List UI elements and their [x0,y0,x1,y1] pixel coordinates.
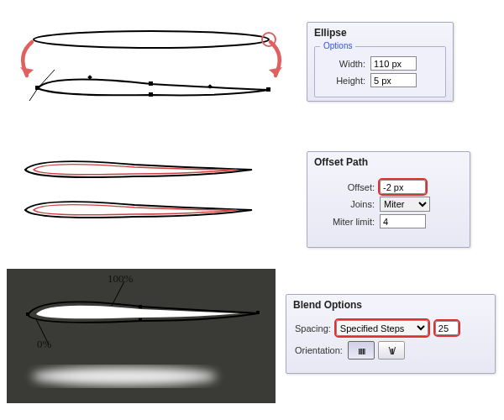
svg-rect-9 [207,84,213,89]
svg-line-11 [29,88,38,101]
offset-input[interactable] [380,180,426,194]
offset-illustration [8,151,269,244]
orientation-label: Orientation: [295,345,343,355]
svg-marker-1 [20,67,34,76]
spacing-label: Spacing: [295,323,331,333]
miter-limit-label: Miter limit: [316,217,375,227]
svg-line-10 [38,70,55,88]
blend-options-panel: Blend Options Spacing: Specified Steps O… [286,294,496,374]
ellipse-width-input[interactable] [370,56,417,71]
ellipse-width-label: Width: [322,59,365,69]
svg-rect-7 [266,87,270,92]
joins-label: Joins: [316,199,375,209]
svg-point-0 [34,31,269,48]
spacing-select[interactable]: Specified Steps [336,320,428,336]
miter-limit-input[interactable] [380,214,426,228]
ellipse-panel: Ellipse Options Width: Height: [307,22,454,102]
orientation-align-page-button[interactable]: ııııı [348,341,375,360]
svg-rect-15 [256,311,260,314]
align-path-icon: \ıı/ [389,344,394,357]
svg-marker-2 [269,67,282,76]
svg-rect-12 [26,312,29,316]
svg-rect-6 [149,92,153,97]
blend-preview: 100% 0% [7,269,276,403]
steps-input[interactable] [435,321,459,335]
offset-panel-title: Offset Path [307,152,470,172]
ellipse-panel-title: Ellipse [307,23,453,43]
joins-select[interactable]: Miter [380,197,430,212]
offset-label: Offset: [316,182,375,192]
align-page-icon: ııııı [358,344,365,357]
svg-rect-14 [139,318,142,322]
ellipse-height-label: Height: [322,76,365,86]
offset-path-panel: Offset Path Offset: Joins: Miter Miter l… [307,151,470,248]
ellipse-illustration [8,21,286,113]
orientation-align-path-button[interactable]: \ıı/ [378,341,405,360]
svg-point-18 [32,367,217,386]
annotation-0: 0% [37,338,51,351]
svg-rect-5 [149,81,153,86]
ellipse-options-legend: Options [320,41,355,50]
svg-rect-13 [139,305,142,308]
blend-panel-title: Blend Options [286,295,495,315]
ellipse-height-input[interactable] [370,73,417,87]
annotation-100: 100% [108,272,133,286]
